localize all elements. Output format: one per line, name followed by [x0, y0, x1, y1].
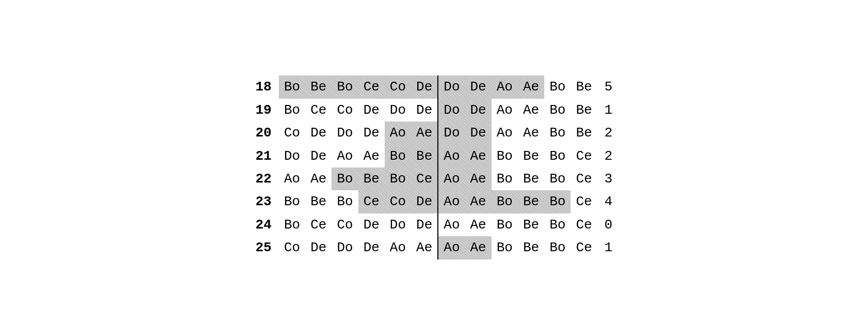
cell: De: [358, 99, 385, 121]
row-score: 4: [597, 190, 618, 213]
table-row: 21DoDeAoAeBoBeAoAeBoBeBoCe2: [250, 145, 618, 168]
row-score: 1: [597, 99, 618, 121]
cell: Be: [305, 190, 332, 213]
cell: Do: [332, 236, 358, 259]
cell: Ao: [438, 214, 465, 236]
cell: De: [358, 236, 385, 259]
row-number: 23: [250, 190, 279, 213]
row-number: 18: [250, 75, 279, 98]
cell: De: [465, 99, 492, 121]
cell: Ae: [411, 121, 438, 144]
row-number: 25: [250, 236, 279, 259]
cell: Ae: [465, 236, 492, 259]
cell: Ce: [571, 190, 597, 213]
cell: Ce: [571, 168, 597, 190]
data-table: 18BoBeBoCeCoDeDoDeAoAeBoBe519BoCeCoDeDoD…: [250, 75, 618, 259]
table-row: 20CoDeDoDeAoAeDoDeAoAeBoBe2: [250, 121, 618, 144]
cell: Bo: [332, 168, 358, 190]
cell: Bo: [279, 214, 305, 236]
cell: De: [305, 145, 332, 168]
cell: Co: [279, 236, 305, 259]
cell: Ao: [438, 190, 465, 213]
cell: Bo: [544, 214, 571, 236]
cell: Be: [571, 121, 597, 144]
row-score: 3: [597, 168, 618, 190]
cell: Ao: [332, 145, 358, 168]
cell: Bo: [492, 168, 518, 190]
cell: Ce: [571, 214, 597, 236]
cell: Be: [518, 214, 544, 236]
cell: Be: [518, 145, 544, 168]
cell: Ao: [492, 121, 518, 144]
cell: De: [305, 236, 332, 259]
row-score: 5: [597, 75, 618, 98]
cell: Bo: [279, 99, 305, 121]
row-score: 0: [597, 214, 618, 236]
cell: Ao: [492, 99, 518, 121]
cell: De: [465, 75, 492, 98]
cell: Bo: [332, 75, 358, 98]
cell: Co: [332, 214, 358, 236]
cell: Co: [385, 190, 411, 213]
cell: Be: [305, 75, 332, 98]
row-score: 2: [597, 121, 618, 144]
cell: Bo: [492, 190, 518, 213]
cell: Co: [279, 121, 305, 144]
cell: Ae: [358, 145, 385, 168]
table-row: 22AoAeBoBeBoCeAoAeBoBeBoCe3: [250, 168, 618, 190]
table-row: 24BoCeCoDeDoDeAoAeBoBeBoCe0: [250, 214, 618, 236]
cell: Ce: [305, 99, 332, 121]
cell: Ao: [438, 236, 465, 259]
cell: Bo: [385, 145, 411, 168]
cell: De: [465, 121, 492, 144]
cell: Be: [411, 145, 438, 168]
row-number: 24: [250, 214, 279, 236]
cell: Ae: [518, 99, 544, 121]
cell: Ae: [465, 145, 492, 168]
cell: Ao: [279, 168, 305, 190]
cell: Do: [385, 214, 411, 236]
row-number: 22: [250, 168, 279, 190]
cell: Ce: [571, 236, 597, 259]
cell: Be: [571, 75, 597, 98]
cell: Be: [571, 99, 597, 121]
cell: Ce: [305, 214, 332, 236]
cell: Do: [385, 99, 411, 121]
cell: Ae: [411, 236, 438, 259]
row-number: 21: [250, 145, 279, 168]
cell: Ao: [385, 236, 411, 259]
cell: De: [358, 214, 385, 236]
cell: Ce: [358, 75, 385, 98]
cell: Ae: [465, 168, 492, 190]
cell: Do: [279, 145, 305, 168]
cell: Bo: [544, 190, 571, 213]
cell: Bo: [544, 99, 571, 121]
cell: Bo: [492, 145, 518, 168]
table-row: 25CoDeDoDeAoAeAoAeBoBeBoCe1: [250, 236, 618, 259]
cell: Bo: [492, 214, 518, 236]
cell: Bo: [332, 190, 358, 213]
cell: De: [411, 190, 438, 213]
cell: De: [358, 121, 385, 144]
cell: Bo: [385, 168, 411, 190]
row-number: 19: [250, 99, 279, 121]
cell: Co: [385, 75, 411, 98]
cell: De: [411, 214, 438, 236]
cell: Be: [518, 190, 544, 213]
cell: Bo: [544, 75, 571, 98]
cell: Ae: [465, 214, 492, 236]
table-row: 23BoBeBoCeCoDeAoAeBoBeBoCe4: [250, 190, 618, 213]
cell: Ce: [571, 145, 597, 168]
cell: Be: [518, 168, 544, 190]
cell: Do: [438, 121, 465, 144]
table-row: 19BoCeCoDeDoDeDoDeAoAeBoBe1: [250, 99, 618, 121]
cell: Ae: [518, 75, 544, 98]
cell: Ao: [492, 75, 518, 98]
cell: De: [411, 75, 438, 98]
row-score: 2: [597, 145, 618, 168]
cell: Ao: [385, 121, 411, 144]
cell: Be: [358, 168, 385, 190]
table-row: 18BoBeBoCeCoDeDoDeAoAeBoBe5: [250, 75, 618, 98]
cell: Bo: [544, 121, 571, 144]
cell: Bo: [544, 236, 571, 259]
